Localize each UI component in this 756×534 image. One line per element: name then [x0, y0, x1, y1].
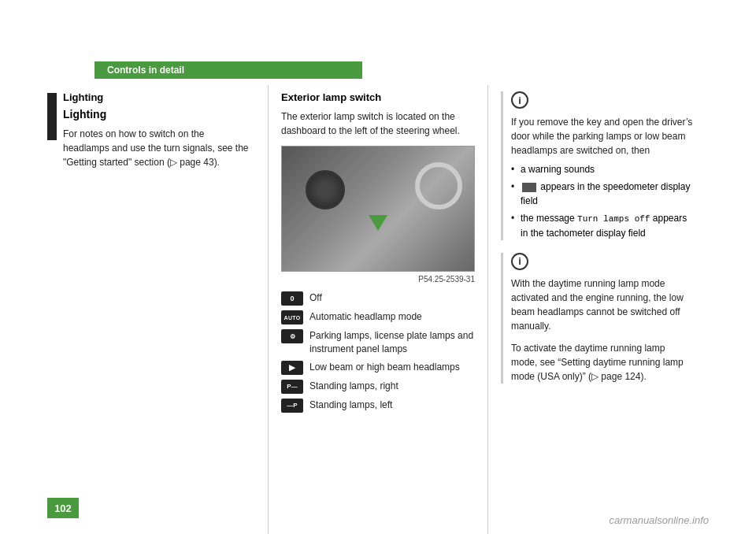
icon-row-beam: ▶ Low beam or high beam headlamps	[281, 361, 475, 375]
exterior-lamp-desc: The exterior lamp switch is located on t…	[281, 109, 475, 138]
left-column: Lighting Lighting For notes on how to sw…	[47, 85, 268, 534]
lamp-knob-icon	[306, 170, 345, 210]
info-text-2-para1: With the daytime running lamp mode activ…	[511, 276, 693, 333]
page-number: 102	[47, 498, 79, 518]
icon-row-parking: ⚙ Parking lamps, license plate lamps and…	[281, 329, 475, 356]
info-text-1-intro: If you remove the key and open the drive…	[511, 115, 693, 158]
park-badge: ⚙	[281, 329, 303, 343]
image-caption: P54.25-2539-31	[281, 275, 475, 284]
info-box-2: i With the daytime running lamp mode act…	[501, 253, 693, 384]
info-list-item-2: appears in the speedometer display field	[511, 180, 693, 208]
icon-table: 0 Off AUTO Automatic headlamp mode ⚙	[281, 291, 475, 413]
right-column: i If you remove the key and open the dri…	[488, 85, 693, 534]
watermark: carmanualsonline.info	[610, 514, 709, 526]
beam-badge: ▶	[281, 361, 303, 375]
icon-row-off: 0 Off	[281, 291, 475, 306]
lamp-switch-image	[281, 146, 475, 272]
off-badge: 0	[281, 291, 303, 306]
standing-left-badge: —P	[281, 399, 303, 413]
lighting-nav-label: Lighting	[63, 91, 252, 103]
lighting-body: For notes on how to switch on the headla…	[63, 127, 252, 169]
icon-row-standing-left: —P Standing lamps, left	[281, 399, 475, 413]
info-list-1: a warning sounds appears in the speedome…	[511, 162, 693, 240]
auto-badge: AUTO	[281, 310, 303, 324]
info-text-2-para2: To activate the daytime running lamp mod…	[511, 341, 693, 384]
info-box-1: i If you remove the key and open the dri…	[501, 91, 693, 240]
exterior-lamp-title: Exterior lamp switch	[281, 91, 475, 103]
speedometer-icon	[522, 183, 536, 192]
middle-column: Exterior lamp switch The exterior lamp s…	[268, 85, 488, 534]
icon-row-standing-right: P— Standing lamps, right	[281, 380, 475, 394]
green-arrow-icon	[369, 215, 387, 231]
section-title: Controls in detail	[107, 65, 184, 76]
standing-right-label: Standing lamps, right	[309, 380, 398, 393]
section-header: Controls in detail	[94, 61, 362, 79]
section-black-bar	[47, 93, 57, 140]
icon-row-auto: AUTO Automatic headlamp mode	[281, 310, 475, 324]
info-list-item-1: a warning sounds	[511, 162, 693, 176]
info-icon-2: i	[511, 253, 528, 270]
standing-left-label: Standing lamps, left	[309, 399, 392, 412]
info-icon-1: i	[511, 91, 528, 109]
info-list-item-3: the message Turn lamps off appears in th…	[511, 211, 693, 240]
standing-right-badge: P—	[281, 380, 303, 394]
beam-label: Low beam or high beam headlamps	[309, 361, 460, 374]
parking-label: Parking lamps, license plate lamps and i…	[309, 329, 475, 356]
lighting-title: Lighting	[63, 108, 252, 121]
steering-wheel-icon	[415, 162, 462, 210]
off-label: Off	[309, 291, 322, 305]
auto-label: Automatic headlamp mode	[309, 310, 422, 324]
